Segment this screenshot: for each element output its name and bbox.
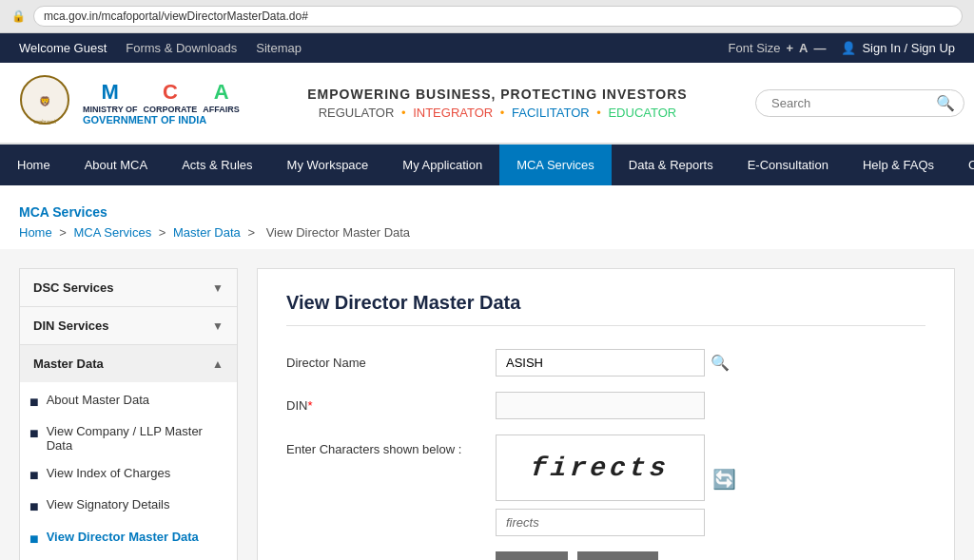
sidebar-item-label: View Director Master Data: [47, 530, 199, 544]
sidebar-item-label: View Company / LLP Master Data: [47, 424, 224, 453]
sidebar-item-label: About Master Data: [47, 393, 149, 407]
sidebar-item-view-index-of-charges[interactable]: ■View Index of Charges: [20, 459, 237, 491]
nav-item-my-application[interactable]: My Application: [385, 145, 499, 185]
din-label: DIN*: [286, 398, 496, 413]
captcha-image: firects: [496, 434, 705, 501]
sidebar-item-view-director-master-data[interactable]: ■View Director Master Data: [20, 523, 237, 554]
chevron-down-icon: ▼: [212, 319, 224, 333]
tagline-sub: REGULATOR • INTEGRATOR • FACILITATOR • E…: [307, 106, 687, 120]
sidebar-section-din: DIN Services▼: [20, 307, 237, 345]
utility-bar: Welcome Guest Forms & Downloads Sitemap …: [0, 33, 974, 63]
nav-item-mca-services[interactable]: MCA Services: [499, 145, 612, 185]
svg-text:🦁: 🦁: [39, 95, 51, 107]
chevron-up-icon: ▲: [212, 357, 224, 371]
header: 🦁 सत्यमेव जयते M MINISTRY OF C CORPORATE…: [0, 63, 974, 145]
tagline-section: EMPOWERING BUSINESS, PROTECTING INVESTOR…: [307, 87, 687, 120]
breadcrumb-link-2[interactable]: Master Data: [173, 225, 241, 240]
content-area: View Director Master Data Director Name …: [257, 268, 955, 560]
captcha-label: Enter Characters shown below :: [286, 434, 496, 456]
font-a-button[interactable]: A: [799, 41, 808, 55]
nav-item-e-consultation[interactable]: E-Consultation: [730, 145, 846, 185]
tag-facilitator: FACILITATOR: [512, 106, 590, 120]
sidebar-header-label-din: DIN Services: [33, 319, 109, 333]
director-name-label: Director Name: [286, 356, 496, 370]
sidebar-section-dsc: DSC Services▼: [20, 269, 237, 307]
font-size-label: Font Size: [729, 41, 781, 55]
nav-item-data-&-reports[interactable]: Data & Reports: [612, 145, 730, 185]
search-input[interactable]: [755, 89, 964, 117]
din-required: *: [307, 398, 312, 413]
director-name-field-group: 🔍: [496, 349, 730, 377]
sidebar-items-master: ■About Master Data■View Company / LLP Ma…: [20, 382, 237, 560]
search-button[interactable]: 🔍: [936, 94, 955, 112]
nav-item-home[interactable]: Home: [0, 145, 68, 185]
submit-button[interactable]: Submit: [496, 551, 568, 560]
breadcrumb-link-1[interactable]: MCA Services: [74, 225, 152, 240]
govt-text: GOVERNMENT OF INDIA: [83, 114, 240, 126]
sidebar-item-label: View Index of Charges: [47, 466, 171, 480]
breadcrumb-link-0[interactable]: Home: [19, 225, 52, 240]
captcha-text: firects: [530, 454, 671, 483]
sidebar-item-about-master-data[interactable]: ■About Master Data: [20, 386, 237, 417]
captcha-row: Enter Characters shown below : firects 🔄: [286, 434, 925, 536]
mca-logo-text: M MINISTRY OF C CORPORATE A AFFAIRS GOVE…: [83, 80, 240, 126]
page-section-title: MCA Services: [19, 195, 955, 220]
bullet-icon: ■: [29, 466, 39, 484]
page-title: View Director Master Data: [286, 292, 925, 326]
sidebar-header-master[interactable]: Master Data▲: [20, 345, 237, 382]
emblem-icon: 🦁 सत्यमेव जयते: [19, 74, 71, 131]
nav-item-about-mca[interactable]: About MCA: [68, 145, 165, 185]
breadcrumb: Home > MCA Services > Master Data > View…: [19, 220, 955, 249]
bullet-icon: ■: [29, 530, 39, 548]
url-bar[interactable]: mca.gov.in/mcafoportal/viewDirectorMaste…: [33, 6, 963, 27]
sidebar-item-view-signatory-details[interactable]: ■View Signatory Details: [20, 491, 237, 522]
captcha-refresh-button[interactable]: 🔄: [712, 468, 736, 491]
sidebar-header-din[interactable]: DIN Services▼: [20, 307, 237, 344]
din-input[interactable]: [496, 392, 705, 419]
browser-bar: 🔒 mca.gov.in/mcafoportal/viewDirectorMas…: [0, 0, 974, 33]
sidebar-item-label: View Signatory Details: [47, 497, 170, 512]
tagline-main: EMPOWERING BUSINESS, PROTECTING INVESTOR…: [307, 87, 687, 102]
font-size-control: Font Size + A —: [729, 41, 827, 55]
sidebar-section-master: Master Data▲■About Master Data■View Comp…: [20, 345, 237, 560]
director-name-input[interactable]: [496, 349, 705, 377]
tag-educator: EDUCATOR: [608, 106, 676, 120]
sidebar-header-label-dsc: DSC Services: [33, 280, 114, 295]
welcome-text: Welcome Guest: [19, 41, 107, 55]
sidebar-header-dsc[interactable]: DSC Services▼: [20, 269, 237, 306]
search-section: 🔍: [755, 89, 955, 117]
director-search-button[interactable]: 🔍: [711, 354, 730, 372]
tag-regulator: REGULATOR: [319, 106, 395, 120]
nav-item-contact-us[interactable]: Contact Us: [951, 145, 974, 185]
breadcrumb-section: MCA Services Home > MCA Services > Maste…: [0, 185, 974, 249]
page-body: MCA Services Home > MCA Services > Maste…: [0, 185, 974, 560]
breadcrumb-current: View Director Master Data: [266, 225, 410, 240]
user-icon: 👤: [841, 41, 856, 55]
clear-button[interactable]: Clear All: [577, 551, 657, 560]
button-row: Submit Clear All: [496, 551, 925, 560]
svg-text:सत्यमेव जयते: सत्यमेव जयते: [32, 119, 56, 125]
sidebar-item-view-company-llp-master-data[interactable]: ■View Company / LLP Master Data: [20, 417, 237, 459]
sidebar-item-view-director-designated-partner-details[interactable]: ■View Director / Designated Partner Deta…: [20, 554, 237, 560]
bullet-icon: ■: [29, 424, 39, 442]
font-plus-button[interactable]: +: [786, 41, 793, 55]
sitemap-link[interactable]: Sitemap: [256, 41, 302, 55]
nav-item-help-&-faqs[interactable]: Help & FAQs: [846, 145, 951, 185]
tag-integrator: INTEGRATOR: [413, 106, 493, 120]
nav-item-my-workspace[interactable]: My Workspace: [270, 145, 386, 185]
logo-section: 🦁 सत्यमेव जयते M MINISTRY OF C CORPORATE…: [19, 74, 240, 131]
sign-in-label: Sign In / Sign Up: [862, 41, 955, 55]
lock-icon: 🔒: [11, 10, 26, 23]
font-minus-button[interactable]: —: [813, 41, 826, 55]
bullet-icon: ■: [29, 497, 39, 515]
nav-item-acts-&-rules[interactable]: Acts & Rules: [165, 145, 269, 185]
sidebar-header-label-master: Master Data: [33, 357, 104, 371]
director-name-row: Director Name 🔍: [286, 349, 925, 377]
sign-in-button[interactable]: 👤 Sign In / Sign Up: [841, 41, 955, 55]
chevron-down-icon: ▼: [212, 281, 224, 295]
forms-downloads-link[interactable]: Forms & Downloads: [126, 41, 237, 55]
captcha-input[interactable]: [496, 509, 705, 536]
bullet-icon: ■: [29, 393, 39, 411]
nav-bar: HomeAbout MCAActs & RulesMy WorkspaceMy …: [0, 145, 974, 185]
captcha-section: Enter Characters shown below : firects 🔄: [286, 434, 925, 536]
